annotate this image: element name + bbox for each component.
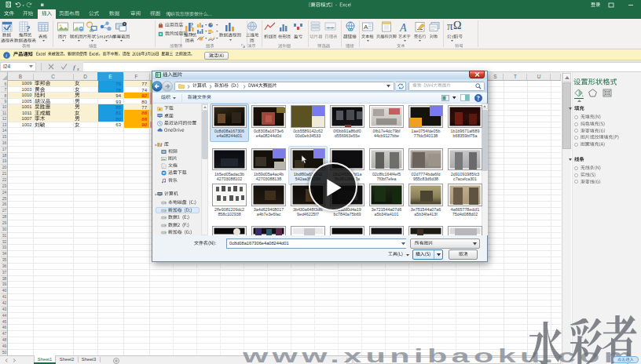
svg-text:?: ?	[477, 95, 480, 102]
svg-text:A: A	[364, 24, 368, 31]
svg-text:i: i	[5, 53, 7, 59]
svg-text:f: f	[73, 64, 76, 71]
svg-text:x: x	[76, 67, 79, 71]
svg-text:A: A	[399, 22, 407, 33]
svg-text:?: ?	[190, 22, 193, 29]
svg-text:?: ?	[26, 24, 31, 32]
